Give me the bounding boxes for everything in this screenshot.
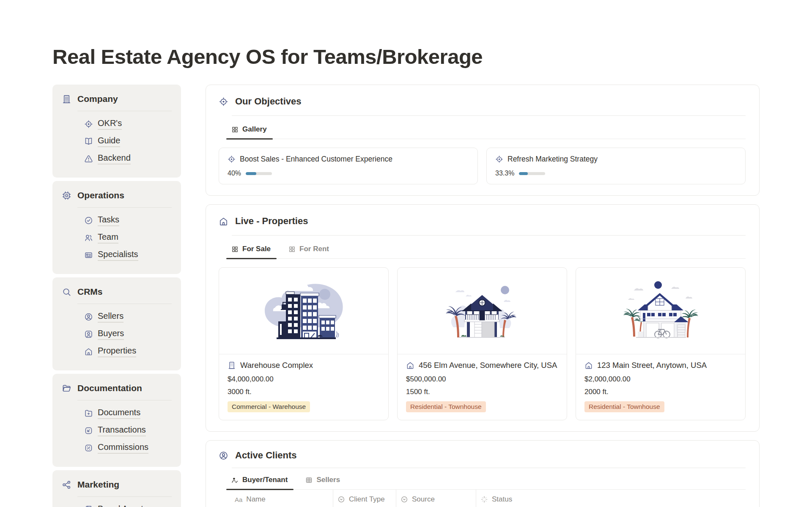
progress-bar-fill <box>246 172 256 175</box>
warning-icon <box>84 154 93 163</box>
target-icon <box>495 155 503 163</box>
layout: Company OKR's Guide Backend <box>52 85 760 507</box>
progress-bar <box>246 172 272 175</box>
sidebar-item-transactions[interactable]: Transactions <box>62 425 172 436</box>
sidebar-item-label: Guide <box>98 136 120 147</box>
folder-plus-icon <box>84 409 93 418</box>
active-clients-card: Active Clients Buyer/Tenant Sellers Aa <box>206 440 760 507</box>
sidebar-item-guide[interactable]: Guide <box>62 135 172 147</box>
sidebar-item-label: Properties <box>98 346 136 357</box>
objective-title-row: Boost Sales - Enhanced Customer Experien… <box>228 155 469 164</box>
column-header-name[interactable]: Aa Name <box>230 490 333 507</box>
property-title: 456 Elm Avenue, Somewhere City, USA <box>419 361 557 370</box>
sidebar-item-documents[interactable]: Documents <box>62 407 172 419</box>
sidebar-item-specialists[interactable]: Specialists <box>62 249 172 261</box>
property-card-456-elm[interactable]: 456 Elm Avenue, Somewhere City, USA $500… <box>397 267 567 420</box>
select-icon <box>337 496 345 503</box>
objective-progress-row: 40% <box>228 170 469 177</box>
objective-card[interactable]: Refresh Marketing Strategy 33.3% <box>486 148 746 184</box>
sidebar-item-team[interactable]: Team <box>62 232 172 244</box>
navy-beach-house-illustration <box>441 277 524 344</box>
sidebar-item-backend[interactable]: Backend <box>62 153 172 164</box>
sidebar-items: Sellers Buyers Properties <box>62 311 172 363</box>
sidebar-item-okrs[interactable]: OKR's <box>62 118 172 130</box>
sidebar-item-commissions[interactable]: Commissions <box>62 442 172 454</box>
objectives-tabs: Gallery <box>230 125 746 139</box>
property-price: $4,000,000.00 <box>228 375 380 384</box>
tab-label: For Rent <box>299 245 329 253</box>
property-tag: Residential - Townhouse <box>406 401 486 412</box>
building-icon <box>228 361 236 370</box>
column-header-client-type[interactable]: Client Type <box>333 490 396 507</box>
properties-grid: Warehouse Complex $4,000,000.00 3000 ft.… <box>219 267 746 420</box>
check-circle-icon <box>84 216 93 225</box>
sidebar-section-company: Company OKR's Guide Backend <box>52 85 181 178</box>
property-title-row: Warehouse Complex <box>228 361 380 370</box>
sidebar-item-tasks[interactable]: Tasks <box>62 214 172 226</box>
property-title-row: 123 Main Street, Anytown, USA <box>584 361 737 370</box>
objective-card[interactable]: Boost Sales - Enhanced Customer Experien… <box>219 148 478 184</box>
building-icon <box>62 94 71 104</box>
card-header: Active Clients <box>219 450 746 461</box>
sidebar-section-marketing: Marketing Brand Assets <box>52 470 181 507</box>
property-area: 3000 ft. <box>228 388 380 396</box>
sidebar-item-label: Documents <box>98 408 140 419</box>
sidebar-section-header: Marketing <box>62 480 172 490</box>
property-price: $500,000.00 <box>406 375 558 384</box>
property-card-warehouse[interactable]: Warehouse Complex $4,000,000.00 3000 ft.… <box>219 267 389 420</box>
sidebar-item-brand-assets[interactable]: Brand Assets <box>62 504 172 507</box>
divider <box>77 304 172 304</box>
column-label: Name <box>246 495 265 504</box>
sidebar-section-label: Company <box>77 94 118 104</box>
sidebar-item-buyers[interactable]: Buyers <box>62 328 172 340</box>
book-open-icon <box>84 137 93 146</box>
tab-sellers[interactable]: Sellers <box>304 476 346 489</box>
home-icon <box>219 217 228 226</box>
property-illustration-white-house <box>576 268 745 354</box>
property-body: Warehouse Complex $4,000,000.00 3000 ft.… <box>219 354 388 420</box>
clients-tabs: Buyer/Tenant Sellers <box>230 476 746 490</box>
users-icon <box>84 233 93 242</box>
sidebar-item-label: Team <box>98 232 118 244</box>
objective-title: Refresh Marketing Strategy <box>508 155 598 164</box>
sidebar-items: Tasks Team Specialists <box>62 214 172 266</box>
live-properties-card: Live - Properties For Sale For Rent <box>206 204 760 432</box>
id-card-icon <box>84 251 93 260</box>
arrow-square-icon <box>84 426 93 435</box>
tab-label: Buyer/Tenant <box>242 476 288 484</box>
progress-percent: 40% <box>228 170 241 177</box>
page: Real Estate Agency OS for Teams/Brokerag… <box>0 0 812 507</box>
tab-for-rent[interactable]: For Rent <box>288 245 335 258</box>
target-icon <box>228 155 236 163</box>
tab-buyer-tenant[interactable]: Buyer/Tenant <box>230 476 294 489</box>
target-icon <box>219 97 228 107</box>
card-title: Our Objectives <box>235 96 302 107</box>
search-icon <box>62 287 71 297</box>
property-title: Warehouse Complex <box>240 361 313 370</box>
property-card-123-main[interactable]: 123 Main Street, Anytown, USA $2,000,000… <box>576 267 746 420</box>
white-beach-house-illustration <box>619 277 702 344</box>
progress-percent: 33.3% <box>495 170 514 177</box>
share-icon <box>62 480 71 490</box>
tab-gallery[interactable]: Gallery <box>230 125 273 139</box>
sidebar-section-documentation: Documentation Documents Transactions Com… <box>52 374 181 467</box>
property-price: $2,000,000.00 <box>584 375 737 384</box>
our-objectives-card: Our Objectives Gallery Boost Sales - Enh… <box>206 85 760 196</box>
tab-for-sale[interactable]: For Sale <box>230 245 277 258</box>
column-header-source[interactable]: Source <box>396 490 476 507</box>
tab-label: Gallery <box>242 125 267 134</box>
column-header-status[interactable]: Status <box>476 490 746 507</box>
percent-square-icon <box>84 444 93 452</box>
property-area: 2000 ft. <box>584 388 737 396</box>
progress-bar-fill <box>519 172 528 175</box>
sidebar-item-sellers[interactable]: Sellers <box>62 311 172 323</box>
divider <box>77 207 172 208</box>
objective-progress-row: 33.3% <box>495 170 737 177</box>
sidebar-item-properties[interactable]: Properties <box>62 345 172 357</box>
sidebar-section-crms: CRMs Sellers Buyers Properties <box>52 277 181 370</box>
user-circle-icon <box>84 312 93 321</box>
sidebar-items: Documents Transactions Commissions <box>62 407 172 459</box>
sidebar-item-label: Commissions <box>98 442 148 454</box>
sidebar-item-label: Buyers <box>98 329 124 340</box>
sidebar-section-label: CRMs <box>77 287 103 297</box>
